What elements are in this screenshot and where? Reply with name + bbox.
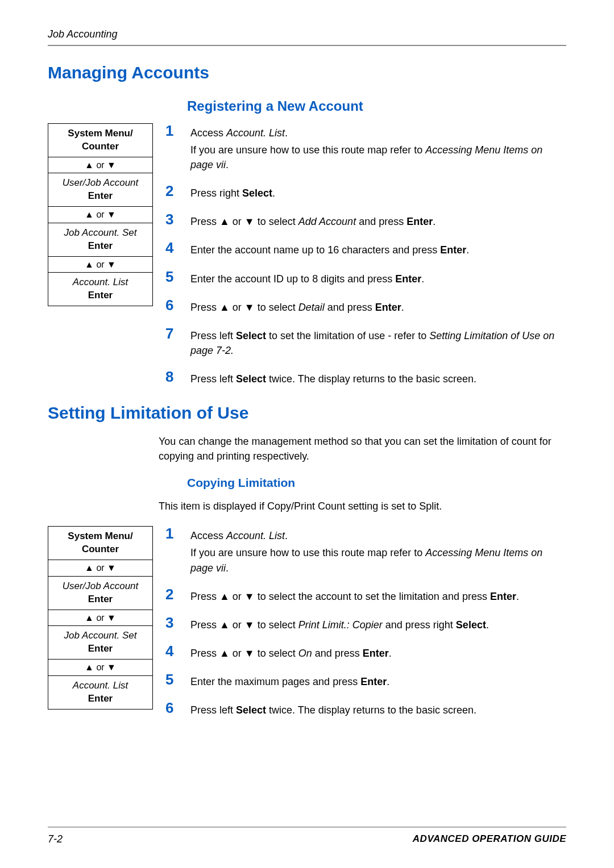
step-number: 5 — [165, 269, 190, 284]
triangle-up-icon — [219, 648, 230, 659]
triangle-down-icon — [107, 210, 116, 219]
step-text: Enter the account ID up to 8 digits and … — [190, 269, 566, 289]
triangle-down-icon — [244, 591, 255, 602]
menu-nav-arrows: or — [48, 660, 152, 676]
step-number: 8 — [165, 369, 190, 384]
step-text: Press or to select On and press Enter. — [190, 644, 566, 663]
heading-managing-accounts: Managing Accounts — [48, 63, 566, 82]
step-6: 6 Press left Select twice. The display r… — [165, 700, 566, 720]
route-map-box: System Menu/ Counter or User/Job Account… — [48, 526, 153, 709]
step-number: 3 — [165, 212, 190, 227]
heading-setting-limitation: Setting Limitation of Use — [48, 403, 566, 423]
step-number: 2 — [165, 183, 190, 198]
step-2: 2 Press right Select. — [165, 183, 566, 203]
menu-system-counter: System Menu/ Counter — [48, 124, 152, 157]
menu-job-account-set: Job Account. Set Enter — [48, 626, 152, 660]
step-5: 5 Enter the maximum pages and press Ente… — [165, 672, 566, 691]
step-8: 8 Press left Select twice. The display r… — [165, 369, 566, 389]
step-2: 2 Press or to select the account to set … — [165, 587, 566, 606]
steps-list-registering: 1 Access Account. List. If you are unsur… — [165, 123, 566, 389]
triangle-down-icon — [107, 260, 116, 269]
triangle-down-icon — [107, 160, 116, 170]
menu-account-list: Account. List Enter — [48, 676, 152, 709]
step-text: Press left Select to set the limitation … — [190, 326, 566, 360]
step-number: 1 — [165, 526, 190, 541]
step-3: 3 Press or to select Add Account and pre… — [165, 212, 566, 231]
menu-nav-arrows: or — [48, 157, 152, 174]
step-number: 7 — [165, 326, 190, 341]
breadcrumb: Job Accounting — [48, 28, 117, 40]
step-1: 1 Access Account. List. If you are unsur… — [165, 526, 566, 577]
triangle-down-icon — [244, 302, 255, 313]
menu-account-list: Account. List Enter — [48, 273, 152, 306]
step-6: 6 Press or to select Detail and press En… — [165, 298, 566, 317]
document-page: Job Accounting Managing Accounts Registe… — [0, 0, 614, 868]
triangle-up-icon — [85, 210, 94, 219]
step-text: Press left Select twice. The display ret… — [190, 369, 566, 389]
page-header: Job Accounting — [48, 28, 566, 45]
step-text: Enter the maximum pages and press Enter. — [190, 672, 566, 691]
step-number: 5 — [165, 672, 190, 687]
step-number: 1 — [165, 123, 190, 138]
triangle-down-icon — [244, 648, 255, 659]
triangle-down-icon — [107, 662, 116, 672]
triangle-down-icon — [107, 613, 116, 623]
page-footer: 7-2 ADVANCED OPERATION GUIDE — [48, 827, 566, 845]
step-text: Press or to select Print Limit.: Copier … — [190, 615, 566, 635]
triangle-up-icon — [219, 216, 230, 227]
step-3: 3 Press or to select Print Limit.: Copie… — [165, 615, 566, 635]
step-number: 6 — [165, 298, 190, 312]
setting-intro-paragraph: You can change the management method so … — [159, 434, 566, 464]
heading-copying-limitation: Copying Limitation — [187, 476, 566, 490]
guide-title: ADVANCED OPERATION GUIDE — [413, 833, 566, 845]
menu-job-account-set: Job Account. Set Enter — [48, 223, 152, 257]
triangle-up-icon — [219, 619, 230, 631]
step-4: 4 Press or to select On and press Enter. — [165, 644, 566, 663]
triangle-up-icon — [219, 302, 230, 313]
triangle-up-icon — [85, 613, 94, 623]
step-text: Press or to select Add Account and press… — [190, 212, 566, 231]
step-text: Press right Select. — [190, 183, 566, 203]
step-1: 1 Access Account. List. If you are unsur… — [165, 123, 566, 174]
step-number: 3 — [165, 615, 190, 630]
triangle-down-icon — [244, 619, 255, 631]
page-number: 7-2 — [48, 833, 63, 845]
step-text: Press left Select twice. The display ret… — [190, 700, 566, 720]
step-number: 2 — [165, 587, 190, 602]
step-text: Access Account. List. If you are unsure … — [190, 526, 566, 577]
triangle-down-icon — [244, 216, 255, 227]
menu-user-job-account: User/Job Account Enter — [48, 577, 152, 610]
triangle-up-icon — [85, 662, 94, 672]
step-number: 4 — [165, 644, 190, 658]
heading-registering-account: Registering a New Account — [187, 98, 566, 114]
triangle-up-icon — [85, 563, 94, 573]
copying-intro-paragraph: This item is displayed if Copy/Print Cou… — [159, 499, 566, 514]
step-number: 6 — [165, 700, 190, 715]
triangle-up-icon — [85, 160, 94, 170]
triangle-down-icon — [107, 563, 116, 573]
step-5: 5 Enter the account ID up to 8 digits an… — [165, 269, 566, 289]
menu-nav-arrows: or — [48, 560, 152, 577]
steps-list-copying: 1 Access Account. List. If you are unsur… — [165, 526, 566, 720]
step-7: 7 Press left Select to set the limitatio… — [165, 326, 566, 360]
step-text: Access Account. List. If you are unsure … — [190, 123, 566, 174]
menu-system-counter: System Menu/ Counter — [48, 527, 152, 560]
step-text: Enter the account name up to 16 characte… — [190, 240, 566, 260]
step-4: 4 Enter the account name up to 16 charac… — [165, 240, 566, 260]
step-number: 4 — [165, 240, 190, 255]
triangle-up-icon — [219, 591, 230, 602]
menu-nav-arrows: or — [48, 610, 152, 627]
step-text: Press or to select Detail and press Ente… — [190, 298, 566, 317]
triangle-up-icon — [85, 260, 94, 269]
step-text: Press or to select the account to set th… — [190, 587, 566, 606]
menu-nav-arrows: or — [48, 207, 152, 223]
header-divider — [48, 45, 566, 46]
menu-user-job-account: User/Job Account Enter — [48, 173, 152, 207]
menu-nav-arrows: or — [48, 257, 152, 273]
route-map-box: System Menu/ Counter or User/Job Account… — [48, 123, 153, 306]
